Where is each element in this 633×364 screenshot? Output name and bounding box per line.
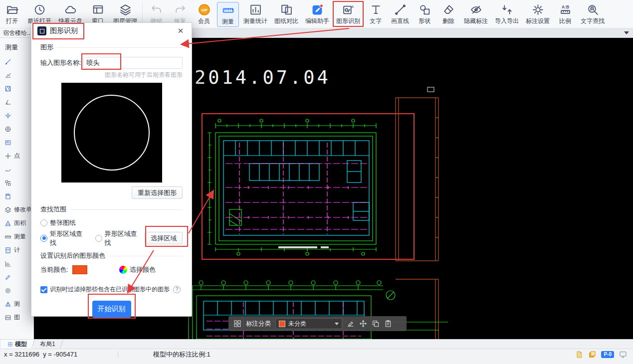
toolbar-label: 图纸对比 (274, 17, 298, 25)
status-bar: x = 3211696 y = -905471 模型中的标注比例:1 P-0 (0, 349, 633, 360)
category-selected: 未分类 (288, 320, 332, 328)
dialog-title: 图形识别 (50, 26, 172, 35)
dialog-app-glyph (40, 29, 44, 33)
import-export-button[interactable]: 导入导出 (492, 2, 521, 26)
sidebar-tool-15[interactable] (0, 257, 33, 270)
edit-assistant-button[interactable]: 编辑助手 (303, 2, 332, 26)
pick-color-button[interactable]: 选择颜色 (119, 265, 156, 274)
close-icon[interactable]: ✕ (176, 26, 186, 35)
start-recognition-button[interactable]: 开始识别 (92, 301, 131, 318)
open-button[interactable]: 打开 (1, 2, 23, 26)
dialog-titlebar[interactable]: 图形识别 ✕ (31, 23, 192, 39)
color-row: 当前颜色: 选择颜色 (40, 265, 183, 274)
annotation-scale-text: 模型中的标注比例:1 (153, 350, 211, 359)
continuous-icon (4, 166, 11, 173)
clipboard-icon[interactable] (384, 320, 392, 328)
hide-annotations-button[interactable]: 隐藏标注 (461, 2, 490, 26)
sidebar-tool-11[interactable]: 修改单 (0, 203, 33, 216)
sidebar-tool-18[interactable]: 测 (0, 297, 33, 311)
file-icon[interactable] (575, 351, 583, 359)
p0-badge[interactable]: P-0 (601, 351, 614, 358)
category-label: 标注分类 (246, 320, 271, 328)
sidebar-tool-7[interactable]: 点 (0, 149, 33, 163)
shape-preview (61, 83, 162, 182)
toolbar-label: 删除 (442, 17, 454, 25)
select-area-button[interactable]: 选择区域 (145, 232, 183, 244)
sidebar-tool-4[interactable] (0, 109, 33, 122)
sidebar-tool-10[interactable] (0, 189, 33, 203)
reselect-shape-button[interactable]: 重新选择图形 (132, 186, 183, 199)
list-icon (4, 139, 11, 146)
sidebar-tool-16[interactable] (0, 270, 33, 284)
angle-icon (4, 99, 11, 106)
copy-icon[interactable] (372, 320, 380, 328)
ruler-icon (222, 3, 234, 16)
shape-recognition-button[interactable]: A 图形识别 (334, 2, 363, 26)
toolbar-label: 文字 (370, 17, 382, 25)
group-range-heading: 查找范围 (40, 205, 183, 214)
edit-assistant-icon (311, 3, 324, 16)
help-icon[interactable]: ? (173, 286, 181, 293)
area-measure-icon (4, 220, 11, 227)
toolbar-separator (142, 3, 143, 25)
filter-checkbox[interactable] (40, 286, 47, 293)
batch-icon (4, 180, 11, 186)
status-separator (118, 351, 118, 358)
reselect-row: 重新选择图形 (40, 186, 183, 199)
radio-rect-area[interactable] (40, 235, 47, 242)
vip-member-button[interactable]: VIP 会员 (193, 2, 215, 26)
delete-button[interactable]: 删除 (437, 2, 459, 26)
status-right-icons: P-0 (575, 351, 629, 359)
bottom-filler (0, 360, 633, 364)
chevron-down-icon (624, 31, 629, 34)
sidebar-tool-14[interactable]: 计 (0, 243, 33, 257)
radio-whole-drawing[interactable] (40, 219, 47, 226)
legend-icon[interactable] (588, 351, 596, 359)
edit-annotation-icon[interactable] (347, 320, 355, 328)
sidebar-tool-19[interactable]: 图 (0, 311, 33, 324)
tab-layout1[interactable]: 布局1 (33, 340, 62, 349)
cad-date-text: 2014.07.04 (195, 67, 331, 88)
area-icon (4, 85, 11, 92)
text-search-button[interactable]: 文字查找 (578, 2, 607, 26)
radio-rect-area-label: 矩形区域查找 (50, 229, 88, 247)
app-window: { "colors": { "accent_blue": "#2e7cf6", … (0, 0, 633, 364)
grid-icon[interactable] (233, 320, 241, 328)
sidebar-tool-8[interactable] (0, 163, 33, 176)
draw-line-button[interactable]: 画直线 (389, 2, 412, 26)
shapes-button[interactable]: 形状 (414, 2, 435, 26)
whole-drawing-row: 整张图纸 (40, 218, 183, 227)
scale-button[interactable]: A:B 比例 (554, 2, 576, 26)
sidebar-tool-9[interactable] (0, 176, 33, 189)
save-icon (4, 193, 11, 200)
drawing-compare-button[interactable]: 图纸对比 (272, 2, 301, 26)
measure-stats-button[interactable]: 测量统计 (241, 2, 270, 26)
triangle-measure-icon (4, 301, 11, 308)
sidebar-tool-5[interactable] (0, 122, 33, 136)
measure-button[interactable]: 测量 (217, 2, 239, 27)
radio-irregular-area[interactable] (95, 235, 102, 242)
sidebar-tool-2[interactable] (0, 82, 33, 95)
sidebar-tool-0[interactable] (0, 55, 33, 68)
category-color-swatch (279, 321, 285, 327)
shape-name-input[interactable]: 喷头 (83, 57, 183, 69)
sidebar-tool-3[interactable] (0, 95, 33, 109)
sidebar-tool-6[interactable] (0, 136, 33, 149)
toolbar-label: 形状 (419, 17, 430, 25)
toolbar-collapse-button[interactable] (620, 28, 633, 37)
tab-model[interactable]: 模型 (1, 340, 33, 349)
sidebar-tool-1[interactable] (0, 68, 33, 82)
target-icon (4, 287, 11, 294)
move-icon[interactable] (359, 320, 367, 328)
compare-docs-icon (280, 3, 293, 16)
current-color-swatch (72, 265, 87, 274)
sidebar-tool-12[interactable]: 面积 (0, 216, 33, 230)
annotation-settings-button[interactable]: 标注设置 (523, 2, 552, 26)
shape-name-label: 输入图形名称: (40, 58, 81, 67)
monitor-icon[interactable] (619, 351, 627, 359)
category-dropdown[interactable]: 未分类 (275, 318, 342, 329)
sidebar-tool-17[interactable] (0, 284, 33, 297)
sidebar-tool-13[interactable]: 测量 (0, 230, 33, 243)
text-button[interactable]: 文字 (365, 2, 387, 26)
start-row: 开始识别 (40, 301, 183, 318)
